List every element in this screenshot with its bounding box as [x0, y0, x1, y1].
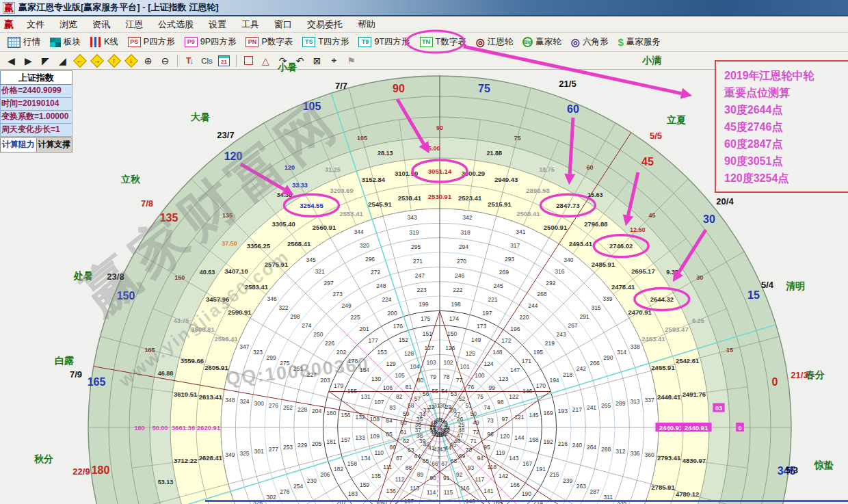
toolbar-button-9t-square[interactable]: T99T四方形	[354, 34, 414, 51]
9t-square-icon: T9	[358, 37, 371, 47]
tool-center-view-icon[interactable]: ⌖	[326, 53, 343, 68]
menu-item-4[interactable]: 公式选股	[150, 18, 201, 31]
kline-icon	[90, 37, 101, 47]
annotation-line-1: 重要点位测算	[724, 84, 848, 101]
toolbar-button-winner-wheel[interactable]: Big赢家轮	[518, 34, 566, 51]
quotes-icon	[8, 37, 21, 48]
toolbar-separator	[236, 55, 237, 67]
annotation-line-0: 2019年江恩轮中轮	[724, 67, 848, 84]
menu-item-3[interactable]: 江恩	[118, 18, 150, 31]
toolbar-button-sectors[interactable]: 板块	[45, 34, 85, 51]
menu-item-0[interactable]: 文件	[19, 18, 52, 31]
winner-service-icon: $	[618, 36, 623, 48]
menu-item-2[interactable]: 资讯	[85, 18, 118, 31]
toolbar-button-kline[interactable]: K线	[85, 34, 123, 51]
annotation-line-6: 120度3254点	[724, 170, 848, 187]
symbol-info-panel: 上证指数 价格=2440.9099时间=20190104变换系数=1.00000…	[0, 70, 72, 152]
9t-square-label: 9T四方形	[374, 36, 410, 48]
toolbar-button-hexagon[interactable]: ◎六角形	[566, 34, 613, 51]
tool-pan-down-icon[interactable]: ↓	[122, 53, 140, 68]
tool-flag-up-icon[interactable]: ◤	[37, 53, 54, 68]
toolbar-button-t-square[interactable]: TST四方形	[297, 34, 354, 51]
tool-cls-icon[interactable]: Cls	[198, 53, 215, 68]
tool-flag-down-icon[interactable]: ◢	[54, 53, 71, 68]
tool-pan-up-icon[interactable]: ↑	[105, 53, 122, 68]
toolbar-button-gann-wheel[interactable]: ◎江恩轮	[471, 34, 518, 51]
toolbar-button-9p-square[interactable]: P99P四方形	[180, 34, 241, 51]
p-square-label: P四方形	[144, 36, 175, 48]
app-icon: 赢	[3, 2, 15, 14]
panel-row-0: 价格=2440.9099	[0, 85, 72, 98]
toolbar-button-quotes[interactable]: 行情	[3, 34, 45, 51]
tool-arrow-left-icon[interactable]: ◀	[3, 53, 20, 68]
annotation-line-5: 90度3051点	[724, 152, 848, 170]
tool-rotate-cw-icon[interactable]: ↷	[274, 53, 291, 68]
gann-wheel-label: 江恩轮	[488, 36, 514, 48]
tool-draw-triangle-icon[interactable]: △	[257, 53, 274, 68]
tool-rotate-ccw-icon[interactable]: ↶	[291, 53, 308, 68]
t-number-label: T数字表	[436, 36, 466, 48]
annotation-line-2: 30度2644点	[724, 101, 848, 118]
toolbar-button-t-number[interactable]: TNT数字表	[415, 34, 471, 51]
annotation-line-3: 45度2746点	[724, 118, 848, 135]
toolbar-separator	[177, 55, 178, 67]
bottom-scroll-line[interactable]	[205, 500, 848, 502]
tool-draw-square-icon[interactable]	[240, 53, 257, 68]
t-square-label: T四方形	[318, 36, 349, 48]
9p-square-icon: P9	[185, 37, 198, 47]
title-bar: 赢 赢家江恩专业版[赢家服务平台] - [上证指数 江恩轮]	[0, 0, 848, 16]
hexagon-label: 六角形	[583, 36, 609, 48]
t-number-icon: TN	[420, 37, 433, 47]
menu-item-5[interactable]: 设置	[201, 18, 234, 31]
window-title: 赢家江恩专业版[赢家服务平台] - [上证指数 江恩轮]	[18, 1, 218, 14]
kline-label: K线	[104, 36, 118, 48]
tool-arrow-right-icon[interactable]: ▶	[20, 53, 37, 68]
symbol-name: 上证指数	[0, 70, 72, 85]
main-toolbar: 行情板块K线PSP四方形P99P四方形PNP数字表TST四方形T99T四方形TN…	[0, 33, 848, 52]
tool-zoom-out-icon[interactable]: ⊖	[157, 53, 174, 68]
panel-row-1: 时间=20190104	[0, 98, 72, 111]
menu-item-8[interactable]: 交易委托	[300, 18, 350, 31]
toolbar-button-winner-service[interactable]: $赢家服务	[613, 34, 665, 51]
p-number-icon: PN	[246, 37, 259, 47]
tool-calendar-icon[interactable]: 21	[215, 53, 233, 68]
brand-logo-icon: 赢	[4, 18, 14, 31]
p-number-label: P数字表	[261, 36, 293, 48]
t-square-icon: TS	[302, 37, 315, 47]
menu-bar: 赢 文件浏览资讯江恩公式选股设置工具窗口交易委托帮助	[0, 16, 848, 33]
toolbar-button-p-number[interactable]: PNP数字表	[241, 34, 297, 51]
tool-zoom-in-icon[interactable]: ⊕	[140, 53, 157, 68]
menu-item-1[interactable]: 浏览	[52, 18, 85, 31]
tool-t-down-icon[interactable]: T↓	[181, 53, 198, 68]
tool-pan-left-icon[interactable]: ←	[71, 53, 88, 68]
annotation-box: 2019年江恩轮中轮重要点位测算30度2644点45度2746点60度2847点…	[715, 60, 848, 193]
calc-support-button[interactable]: 计算支撑	[37, 137, 73, 152]
sectors-icon	[50, 38, 61, 47]
panel-row-3: 周天变化步长=1	[0, 124, 72, 137]
annotation-line-4: 60度2847点	[724, 135, 848, 152]
menu-item-6[interactable]: 工具	[234, 18, 267, 31]
panel-row-2: 变换系数=1.00000	[0, 111, 72, 124]
gann-wheel-icon: ◎	[476, 37, 485, 47]
tool-pan-right-icon[interactable]: →	[88, 53, 105, 68]
sectors-label: 板块	[64, 36, 81, 48]
menu-item-9[interactable]: 帮助	[350, 18, 383, 31]
winner-wheel-icon: Big	[522, 37, 533, 47]
p-square-icon: PS	[128, 37, 141, 47]
tool-presentation-icon[interactable]: ⚑	[343, 53, 360, 68]
calc-resistance-button[interactable]: 计算阻力	[0, 137, 37, 152]
winner-service-label: 赢家服务	[626, 36, 661, 48]
9p-square-label: 9P四方形	[200, 36, 237, 48]
tool-fit-window-icon[interactable]: ⊠	[308, 53, 326, 68]
toolbar-button-p-square[interactable]: PSP四方形	[123, 34, 180, 51]
menu-item-7[interactable]: 窗口	[267, 18, 300, 31]
winner-wheel-label: 赢家轮	[535, 36, 561, 48]
quotes-label: 行情	[23, 36, 40, 48]
hexagon-icon: ◎	[571, 37, 580, 47]
